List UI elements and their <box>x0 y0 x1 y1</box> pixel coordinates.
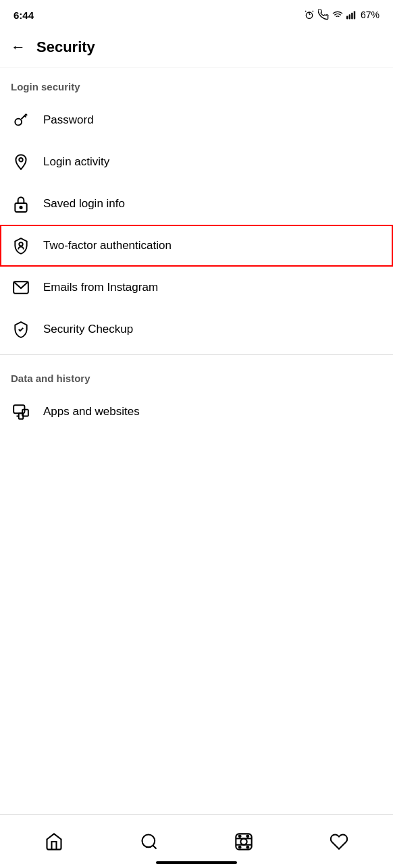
battery-text: 67% <box>361 9 379 20</box>
svg-point-9 <box>19 242 22 246</box>
menu-item-saved-login[interactable]: Saved login info <box>0 183 393 225</box>
apps-websites-label: Apps and websites <box>43 405 140 418</box>
status-icons: 67% <box>304 9 379 20</box>
svg-point-15 <box>142 834 155 847</box>
bottom-nav <box>0 814 393 868</box>
header: ← Security <box>0 27 393 67</box>
nav-activity[interactable] <box>319 821 359 862</box>
phone-icon <box>318 9 329 20</box>
location-icon <box>11 152 31 172</box>
svg-point-8 <box>20 207 22 209</box>
bottom-indicator <box>156 861 237 864</box>
heart-icon <box>330 832 348 851</box>
section-label-login: Login security <box>0 67 393 99</box>
nav-home[interactable] <box>34 821 74 862</box>
signal-icon <box>346 9 357 20</box>
nav-search[interactable] <box>129 821 169 862</box>
back-button[interactable]: ← <box>11 40 26 55</box>
svg-point-19 <box>239 835 241 837</box>
login-activity-label: Login activity <box>43 155 109 169</box>
svg-point-22 <box>247 846 249 848</box>
svg-rect-4 <box>354 11 355 19</box>
two-factor-label: Two-factor authentication <box>43 239 172 252</box>
svg-point-20 <box>247 835 249 837</box>
reels-icon <box>234 832 253 851</box>
shield-person-icon <box>11 236 31 256</box>
lock-icon <box>11 194 31 214</box>
svg-point-5 <box>15 119 22 126</box>
search-icon <box>140 832 159 851</box>
content: Login security Password Login activity <box>0 67 393 814</box>
nav-reels[interactable] <box>224 821 264 862</box>
status-time: 6:44 <box>14 9 34 21</box>
section-divider <box>0 354 393 355</box>
menu-item-apps-websites[interactable]: Apps and websites <box>0 391 393 433</box>
svg-point-6 <box>19 158 22 161</box>
home-icon <box>45 832 63 851</box>
section-label-data: Data and history <box>0 359 393 391</box>
page-title: Security <box>36 38 95 56</box>
status-bar: 6:44 67% <box>0 0 393 27</box>
menu-item-emails[interactable]: Emails from Instagram <box>0 267 393 308</box>
monitor-icon <box>11 402 31 422</box>
emails-label: Emails from Instagram <box>43 281 158 294</box>
menu-item-password[interactable]: Password <box>0 99 393 141</box>
alarm-icon <box>304 9 315 20</box>
menu-item-login-activity[interactable]: Login activity <box>0 141 393 183</box>
email-icon <box>11 277 31 298</box>
menu-item-security-checkup[interactable]: Security Checkup <box>0 308 393 350</box>
svg-point-18 <box>241 838 247 844</box>
svg-point-21 <box>239 846 241 848</box>
svg-rect-2 <box>349 14 350 19</box>
svg-line-16 <box>153 845 156 848</box>
menu-item-two-factor[interactable]: Two-factor authentication <box>0 225 393 267</box>
saved-login-label: Saved login info <box>43 197 125 211</box>
shield-check-icon <box>11 319 31 340</box>
security-checkup-label: Security Checkup <box>43 323 133 336</box>
svg-rect-1 <box>346 16 348 20</box>
password-label: Password <box>43 113 94 127</box>
svg-rect-3 <box>351 13 352 20</box>
key-icon <box>11 110 31 130</box>
wifi-icon <box>332 9 343 20</box>
